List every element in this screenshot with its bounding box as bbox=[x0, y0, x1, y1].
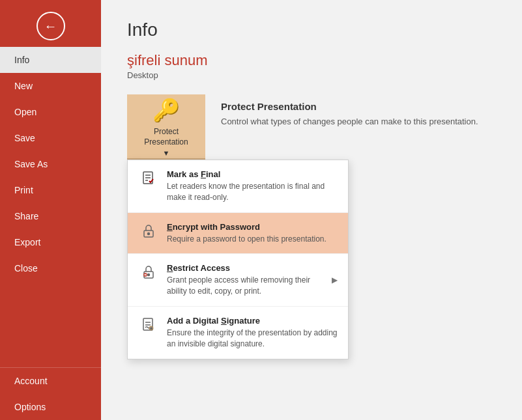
sidebar-item-account[interactable]: Account bbox=[0, 368, 101, 394]
protect-info-desc: Control what types of changes people can… bbox=[221, 115, 478, 128]
sidebar-item-share[interactable]: Share bbox=[0, 203, 101, 229]
file-name: şifreli sunum bbox=[127, 52, 496, 69]
protect-presentation-button[interactable]: 🔑 Protect Presentation ▼ bbox=[127, 94, 205, 160]
mark-final-text: Mark as FinalLet readers know the presen… bbox=[167, 169, 338, 203]
digital-signature-desc: Ensure the integrity of the presentation… bbox=[167, 328, 338, 350]
restrict-access-submenu-arrow: ▶ bbox=[332, 275, 338, 285]
sidebar-item-options[interactable]: Options bbox=[0, 394, 101, 420]
protect-btn-wrap: 🔑 Protect Presentation ▼ Mark as FinalLe… bbox=[127, 94, 205, 160]
digital-signature-text: Add a Digital SignatureEnsure the integr… bbox=[167, 316, 338, 350]
protect-key-icon: 🔑 bbox=[152, 97, 180, 123]
svg-text:✶: ✶ bbox=[150, 326, 152, 330]
protect-info-panel: Protect Presentation Control what types … bbox=[221, 101, 478, 128]
sidebar-item-open[interactable]: Open bbox=[0, 99, 101, 125]
page-title: Info bbox=[127, 20, 496, 40]
svg-point-7 bbox=[148, 274, 150, 276]
back-arrow-icon: ← bbox=[44, 20, 57, 33]
mark-final-desc: Let readers know the presentation is fin… bbox=[167, 181, 338, 203]
sidebar: ← InfoNewOpenSaveSave AsPrintShareExport… bbox=[0, 0, 101, 420]
menu-item-digital-signature[interactable]: ✶Add a Digital SignatureEnsure the integ… bbox=[128, 307, 348, 359]
mark-final-title: Mark as Final bbox=[167, 169, 338, 179]
encrypt-password-text: Encrypt with PasswordRequire a password … bbox=[167, 222, 338, 245]
sidebar-item-save-as[interactable]: Save As bbox=[0, 151, 101, 177]
back-button[interactable]: ← bbox=[36, 12, 65, 40]
menu-item-mark-final[interactable]: Mark as FinalLet readers know the presen… bbox=[128, 160, 348, 213]
sidebar-item-new[interactable]: New bbox=[0, 73, 101, 99]
encrypt-password-icon bbox=[138, 223, 159, 239]
restrict-access-title: Restrict Access bbox=[167, 263, 326, 273]
protect-row: 🔑 Protect Presentation ▼ Mark as FinalLe… bbox=[127, 94, 496, 160]
sidebar-bottom: AccountOptions bbox=[0, 367, 101, 420]
restrict-access-desc: Grant people access while removing their… bbox=[167, 275, 326, 297]
main-panel: Info şifreli sunum Desktop 🔑 Protect Pre… bbox=[101, 0, 522, 420]
encrypt-password-desc: Require a password to open this presenta… bbox=[167, 234, 338, 245]
restrict-access-icon bbox=[138, 264, 159, 280]
digital-signature-icon: ✶ bbox=[138, 317, 159, 333]
protect-dropdown-menu: Mark as FinalLet readers know the presen… bbox=[127, 160, 349, 359]
digital-signature-title: Add a Digital Signature bbox=[167, 316, 338, 326]
restrict-access-text: Restrict AccessGrant people access while… bbox=[167, 263, 326, 297]
sidebar-nav: InfoNewOpenSaveSave AsPrintShareExportCl… bbox=[0, 47, 101, 281]
sidebar-item-save[interactable]: Save bbox=[0, 125, 101, 151]
protect-dropdown-arrow: ▼ bbox=[163, 149, 170, 157]
sidebar-item-export[interactable]: Export bbox=[0, 229, 101, 255]
sidebar-item-info[interactable]: Info bbox=[0, 47, 101, 73]
menu-item-restrict-access[interactable]: Restrict AccessGrant people access while… bbox=[128, 254, 348, 307]
protect-btn-label: Protect Presentation bbox=[132, 127, 200, 147]
protect-info-title: Protect Presentation bbox=[221, 101, 478, 112]
encrypt-password-title: Encrypt with Password bbox=[167, 222, 338, 232]
sidebar-bottom-nav: AccountOptions bbox=[0, 368, 101, 420]
sidebar-item-close[interactable]: Close bbox=[0, 255, 101, 281]
sidebar-item-print[interactable]: Print bbox=[0, 177, 101, 203]
mark-final-icon bbox=[138, 171, 159, 186]
menu-item-encrypt-password[interactable]: Encrypt with PasswordRequire a password … bbox=[128, 213, 348, 255]
file-location: Desktop bbox=[127, 70, 496, 80]
svg-point-5 bbox=[148, 232, 150, 234]
